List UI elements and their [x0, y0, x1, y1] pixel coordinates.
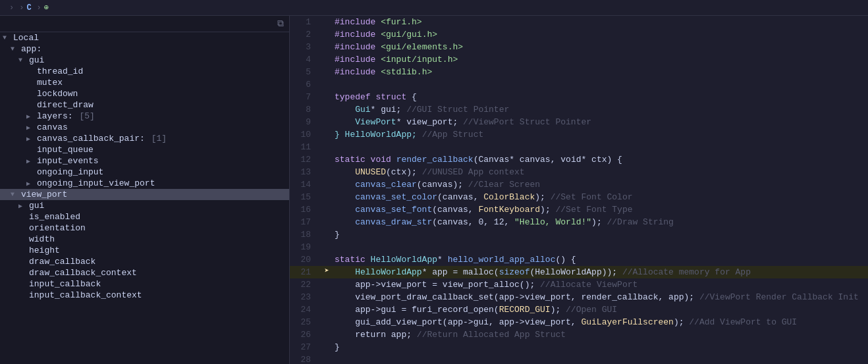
token-pp: #include — [335, 42, 381, 52]
tree-item[interactable]: input_callback — [0, 278, 289, 290]
token-str: "Hello, World!" — [514, 217, 591, 227]
line-number: 11 — [290, 141, 321, 153]
tree-arrow[interactable]: ▶ — [26, 124, 37, 132]
tree-arrow[interactable]: ▼ — [11, 45, 21, 53]
token-inc: <furi.h> — [381, 17, 421, 27]
tree-item[interactable]: ▼ view_port — [0, 189, 289, 200]
token-fn: render_callback — [396, 155, 474, 165]
variables-tree[interactable]: ▼ Local▼ app: ▼ guithread_idmutexlockdow… — [0, 32, 289, 364]
token-pp: #include — [335, 55, 381, 65]
tree-item[interactable]: ▼ Local — [0, 32, 289, 43]
tree-item[interactable]: ▶ input_events — [0, 155, 289, 167]
tree-label: Local — [13, 33, 39, 43]
code-content: return app; //Return Allocated App Struc… — [332, 328, 566, 341]
token-kw: static — [335, 255, 371, 265]
token-pp: #include — [335, 30, 381, 39]
code-content: Gui* gui; //GUI Struct Pointer — [332, 103, 509, 116]
code-line: 5#include <stdlib.h> — [290, 66, 868, 78]
tree-label: draw_callback — [29, 257, 95, 267]
tree-item[interactable]: mutex — [0, 77, 289, 88]
tree-item[interactable]: ▶ canvas_callback_pair: [1] — [0, 133, 289, 144]
breadcrumb: › › C › ⊕ — [0, 0, 868, 16]
line-number: 7 — [290, 91, 321, 103]
token-inc: <input/input.h> — [381, 55, 458, 65]
tree-item[interactable]: ▶ ongoing_input_view_port — [0, 178, 289, 189]
token-var: (canvas); — [417, 180, 468, 190]
tree-item[interactable]: input_callback_context — [0, 290, 289, 301]
code-line: 15 canvas_set_color(canvas, ColorBlack);… — [290, 191, 868, 203]
token-var: (HelloWorldApp)); — [529, 267, 622, 277]
token-pp: #include — [335, 67, 381, 77]
tree-arrow[interactable]: ▶ — [26, 135, 37, 143]
tree-item[interactable]: draw_callback — [0, 256, 289, 267]
tree-item[interactable]: ▼ app: — [0, 43, 289, 55]
code-line: 16 canvas_set_font(canvas, FontKeyboard)… — [290, 203, 868, 216]
line-number: 20 — [290, 253, 321, 266]
token-cm: //Allocate memory for App — [622, 267, 751, 277]
tree-arrow[interactable]: ▶ — [26, 113, 37, 120]
tree-arrow[interactable]: ▼ — [18, 57, 29, 64]
code-content: #include <furi.h> — [332, 16, 422, 28]
code-content: #include <input/input.h> — [332, 53, 458, 66]
code-content: typedef struct { — [332, 91, 417, 103]
tree-item[interactable]: input_queue — [0, 144, 289, 155]
tree-label: layers: — [37, 111, 73, 121]
code-line: 4#include <input/input.h> — [290, 53, 868, 66]
line-number: 13 — [290, 166, 321, 178]
tree-label: gui — [29, 55, 44, 65]
code-content: } HelloWorldApp; //App Struct — [332, 128, 483, 141]
code-content: app->gui = furi_record_open(RECORD_GUI);… — [332, 303, 617, 316]
token-cm: //Set Font Color — [551, 192, 633, 202]
tree-item[interactable]: ▼ gui — [0, 55, 289, 66]
token-type: } HelloWorldApp; — [335, 130, 422, 140]
code-content: canvas_draw_str(canvas, 0, 12, "Hello, W… — [332, 216, 674, 228]
token-kw: struct — [375, 92, 412, 102]
token-var: app->gui = furi_record_open( — [335, 305, 499, 315]
tree-item[interactable]: width — [0, 234, 289, 245]
token-cm: //ViewPort Struct Pointer — [463, 117, 591, 127]
tree-item[interactable]: ▶ gui — [0, 200, 289, 211]
code-line: 13 UNUSED(ctx); //UNUSED App context — [290, 166, 868, 178]
token-kw: void — [371, 155, 396, 165]
collapse-panel-button[interactable]: ⧉ — [277, 18, 284, 29]
line-number: 12 — [290, 153, 321, 166]
tree-item[interactable]: draw_callback_context — [0, 267, 289, 278]
tree-label: mutex — [37, 78, 63, 88]
tree-item[interactable]: ▶ layers: [5] — [0, 111, 289, 122]
line-number: 15 — [290, 191, 321, 203]
tree-label: ongoing_input — [37, 167, 103, 177]
code-line: 19 — [290, 241, 868, 253]
token-var: ); — [535, 192, 550, 202]
tree-item[interactable]: is_enabled — [0, 211, 289, 222]
tree-item[interactable]: ▶ canvas — [0, 122, 289, 133]
tree-item[interactable]: lockdown — [0, 88, 289, 99]
code-line: 6 — [290, 78, 868, 91]
token-var: (ctx); — [386, 167, 422, 177]
code-line: 14 canvas_clear(canvas); //Clear Screen — [290, 178, 868, 191]
code-line: 10} HelloWorldApp; //App Struct — [290, 128, 868, 141]
code-content: canvas_set_color(canvas, ColorBlack); //… — [332, 191, 633, 203]
token-type: Gui — [335, 105, 371, 115]
tree-arrow[interactable]: ▶ — [26, 180, 37, 188]
line-number: 23 — [290, 291, 321, 303]
tree-arrow[interactable]: ▶ — [26, 157, 37, 165]
tree-arrow[interactable]: ▼ — [3, 34, 13, 41]
variables-panel: ⧉ ▼ Local▼ app: ▼ guithread_idmutexlockd… — [0, 16, 290, 364]
tree-arrow[interactable]: ▼ — [11, 191, 21, 198]
tree-item[interactable]: orientation — [0, 222, 289, 234]
tree-label: orientation — [29, 223, 86, 233]
line-number: 28 — [290, 353, 321, 364]
tree-arrow[interactable]: ▶ — [18, 202, 29, 210]
code-line: 2#include <gui/gui.h> — [290, 28, 868, 41]
line-number: 16 — [290, 203, 321, 216]
code-line: 22 app->view_port = view_port_alloc(); /… — [290, 278, 868, 291]
tree-item[interactable]: thread_id — [0, 66, 289, 77]
tree-item[interactable]: direct_draw — [0, 99, 289, 111]
tree-value: [1] — [146, 134, 167, 143]
tree-item[interactable]: ongoing_input — [0, 167, 289, 178]
token-macro: ColorBlack — [483, 192, 535, 202]
token-fn: canvas_clear — [335, 180, 417, 190]
token-var: app->view_port = view_port_alloc(); — [335, 280, 540, 290]
tree-item[interactable]: height — [0, 245, 289, 256]
token-var: view_port_draw_callback_set(app->view_po… — [335, 292, 699, 302]
